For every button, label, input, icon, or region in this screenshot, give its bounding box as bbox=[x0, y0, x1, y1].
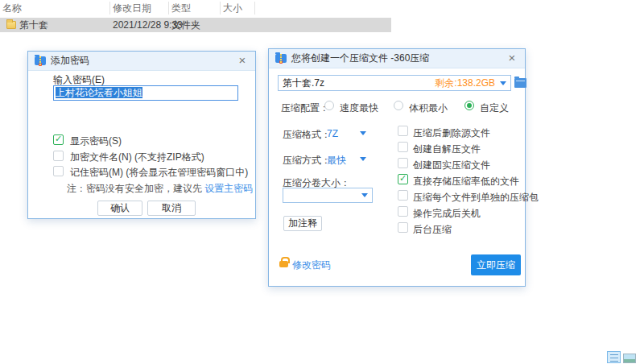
encrypt-filename-checkbox[interactable] bbox=[53, 151, 64, 161]
free-space-label: 剩余:138.2GB bbox=[435, 77, 495, 90]
self-extract-checkbox[interactable] bbox=[398, 142, 408, 152]
separate-archives-checkbox[interactable] bbox=[398, 190, 408, 201]
solid-archive-label[interactable]: 创建固实压缩文件 bbox=[413, 159, 490, 172]
method-label: 压缩方式： bbox=[283, 154, 331, 168]
file-name: 第十套 bbox=[19, 18, 48, 32]
chevron-down-icon bbox=[361, 193, 368, 197]
column-divider bbox=[109, 2, 110, 14]
radio-smallest[interactable] bbox=[394, 101, 403, 110]
shutdown-after-checkbox[interactable] bbox=[398, 206, 408, 217]
column-header-date[interactable]: 修改日期 bbox=[113, 0, 151, 16]
browse-folder-icon[interactable] bbox=[514, 78, 526, 88]
dialog-titlebar[interactable]: 您将创建一个压缩文件 -360压缩 × bbox=[269, 49, 525, 68]
table-row[interactable]: 第十套 2021/12/28 9:33 文件夹 bbox=[0, 18, 391, 32]
format-select[interactable]: 7Z bbox=[327, 128, 338, 139]
cancel-button[interactable]: 取消 bbox=[147, 201, 196, 216]
format-label: 压缩格式： bbox=[283, 128, 331, 142]
archive-name-input[interactable]: 第十套.7z 剩余:138.2GB bbox=[278, 75, 511, 91]
volume-size-select[interactable] bbox=[283, 188, 373, 203]
background-compress-checkbox[interactable] bbox=[398, 222, 408, 233]
radio-fastest[interactable] bbox=[324, 101, 334, 110]
note-text: 注：密码没有安全加密，建议先 bbox=[67, 183, 204, 194]
config-label: 压缩配置： bbox=[281, 101, 329, 115]
column-divider bbox=[168, 2, 169, 14]
store-low-ratio-checkbox[interactable] bbox=[398, 174, 408, 184]
view-switcher bbox=[607, 351, 639, 364]
folder-icon bbox=[6, 21, 16, 29]
radio-smallest-label[interactable]: 体积最小 bbox=[409, 101, 448, 115]
details-view-icon[interactable] bbox=[607, 351, 621, 363]
file-type: 文件夹 bbox=[171, 18, 200, 32]
chevron-down-icon[interactable] bbox=[500, 81, 506, 85]
close-icon[interactable]: × bbox=[235, 53, 250, 68]
solid-archive-checkbox[interactable] bbox=[398, 158, 408, 168]
close-icon[interactable]: × bbox=[505, 51, 519, 65]
column-header-type[interactable]: 类型 bbox=[171, 0, 191, 16]
create-archive-dialog: 您将创建一个压缩文件 -360压缩 × 第十套.7z 剩余:138.2GB 压缩… bbox=[268, 48, 526, 287]
self-extract-label[interactable]: 创建自解压文件 bbox=[413, 143, 481, 156]
column-header-name[interactable]: 名称 bbox=[2, 0, 22, 16]
dialog-titlebar[interactable]: 添加密码 × bbox=[28, 52, 255, 71]
show-password-label[interactable]: 显示密码(S) bbox=[70, 134, 122, 148]
lock-icon bbox=[279, 261, 288, 267]
encrypt-filename-label[interactable]: 加密文件名(N) (不支持ZIP格式) bbox=[70, 151, 204, 164]
thumbnail-view-icon[interactable] bbox=[623, 354, 636, 363]
change-password-link[interactable]: 修改密码 bbox=[292, 259, 331, 272]
delete-source-checkbox[interactable] bbox=[398, 126, 408, 136]
file-explorer: 名称 修改日期 类型 大小 第十套 2021/12/28 9:33 文件夹 bbox=[0, 0, 644, 35]
radio-custom-label[interactable]: 自定义 bbox=[480, 101, 509, 115]
add-password-dialog: 添加密码 × 输入密码(E) 上村花论坛看小姐姐 显示密码(S) 加密文件名(N… bbox=[27, 51, 256, 219]
password-selected-text: 上村花论坛看小姐姐 bbox=[56, 87, 142, 98]
chevron-down-icon[interactable] bbox=[360, 131, 366, 135]
360zip-app-icon bbox=[35, 56, 46, 65]
dialog-title: 添加密码 bbox=[51, 54, 89, 68]
delete-source-label[interactable]: 压缩后删除源文件 bbox=[413, 126, 490, 140]
column-divider bbox=[254, 2, 255, 14]
screen: 名称 修改日期 类型 大小 第十套 2021/12/28 9:33 文件夹 添加… bbox=[0, 0, 644, 364]
remember-password-checkbox[interactable] bbox=[53, 166, 64, 176]
dialog-title: 您将创建一个压缩文件 -360压缩 bbox=[291, 52, 429, 65]
shutdown-after-label[interactable]: 操作完成后关机 bbox=[413, 207, 481, 221]
add-comment-button[interactable]: 加注释 bbox=[283, 216, 322, 231]
security-note: 注：密码没有安全加密，建议先 设置主密码 bbox=[67, 182, 253, 196]
remember-password-label[interactable]: 记住密码(M) (将会显示在管理密码窗口中) bbox=[70, 166, 248, 180]
archive-filename: 第十套.7z bbox=[283, 77, 435, 90]
confirm-button[interactable]: 确认 bbox=[97, 201, 142, 216]
column-header-size[interactable]: 大小 bbox=[223, 0, 242, 16]
method-select[interactable]: 最快 bbox=[327, 154, 346, 168]
chevron-down-icon[interactable] bbox=[360, 157, 366, 161]
radio-custom[interactable] bbox=[464, 101, 474, 110]
separate-archives-label[interactable]: 压缩每个文件到单独的压缩包 bbox=[413, 191, 539, 205]
store-low-ratio-label[interactable]: 直接存储压缩率低的文件 bbox=[413, 175, 519, 188]
password-input[interactable]: 上村花论坛看小姐姐 bbox=[53, 85, 238, 101]
radio-fastest-label[interactable]: 速度最快 bbox=[340, 101, 378, 115]
column-divider bbox=[220, 2, 221, 14]
set-master-password-link[interactable]: 设置主密码 bbox=[204, 183, 253, 194]
compress-now-button[interactable]: 立即压缩 bbox=[471, 254, 521, 275]
360zip-app-icon bbox=[275, 54, 287, 63]
background-compress-label[interactable]: 后台压缩 bbox=[413, 223, 452, 237]
show-password-checkbox[interactable] bbox=[53, 134, 64, 145]
